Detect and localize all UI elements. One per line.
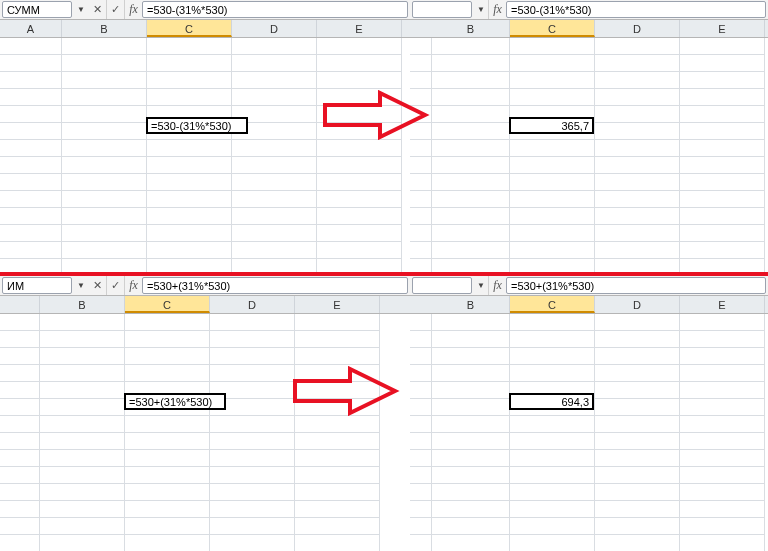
name-box[interactable]: ИМ [2,277,72,294]
col-header-c[interactable]: C [510,296,595,313]
name-box-dropdown-icon[interactable]: ▼ [74,276,88,295]
col-header-c[interactable]: C [147,20,232,37]
col-header-b[interactable]: B [40,296,125,313]
column-headers: B C D E [410,296,768,314]
active-cell-editing[interactable]: =530+(31%*530) [124,393,226,410]
pane-top-left: СУММ ▼ ✕ ✓ fx =530-(31%*530) A B C D E [0,0,410,275]
col-header-b[interactable]: B [432,296,510,313]
col-header-a[interactable]: A [0,20,62,37]
active-cell-result[interactable]: 365,7 [509,117,594,134]
formula-input[interactable]: =530-(31%*530) [506,1,766,18]
fx-icon[interactable]: fx [488,0,506,19]
enter-icon[interactable]: ✓ [106,276,124,295]
active-cell-editing[interactable]: =530-(31%*530) [146,117,248,134]
cancel-icon[interactable]: ✕ [88,276,106,295]
col-header-e[interactable]: E [680,296,765,313]
enter-icon[interactable]: ✓ [106,0,124,19]
grid[interactable]: A B C D E [0,20,410,275]
pane-bottom-left: ИМ ▼ ✕ ✓ fx =530+(31%*530) B C D E [0,276,410,551]
name-box[interactable] [412,1,472,18]
col-header-e[interactable]: E [295,296,380,313]
fx-icon[interactable]: fx [124,0,142,19]
name-box-dropdown-icon[interactable]: ▼ [474,0,488,19]
col-header-d[interactable]: D [232,20,317,37]
fx-icon[interactable]: fx [124,276,142,295]
column-headers: A B C D E [0,20,410,38]
col-header-c[interactable]: C [510,20,595,37]
name-box[interactable]: СУММ [2,1,72,18]
formula-input[interactable]: =530+(31%*530) [506,277,766,294]
col-header-e[interactable]: E [317,20,402,37]
col-header-d[interactable]: D [595,20,680,37]
col-header-d[interactable]: D [210,296,295,313]
col-header-e[interactable]: E [680,20,765,37]
formula-input[interactable]: =530-(31%*530) [142,1,408,18]
grid[interactable]: B C D E 365,7 [410,20,768,275]
col-header-b[interactable]: B [432,20,510,37]
pane-bottom-right: ▼ fx =530+(31%*530) B C D E [410,276,768,551]
name-box-dropdown-icon[interactable]: ▼ [74,0,88,19]
col-header-a[interactable] [0,296,40,313]
formula-bar: ИМ ▼ ✕ ✓ fx =530+(31%*530) [0,276,410,296]
grid[interactable]: B C D E =530+(31%*530) [0,296,410,551]
formula-bar: ▼ fx =530-(31%*530) [410,0,768,20]
formula-bar: ▼ fx =530+(31%*530) [410,276,768,296]
column-headers: B C D E [410,20,768,38]
formula-input[interactable]: =530+(31%*530) [142,277,408,294]
cancel-icon[interactable]: ✕ [88,0,106,19]
grid[interactable]: B C D E 694,3 [410,296,768,551]
active-cell-result[interactable]: 694,3 [509,393,594,410]
col-header-d[interactable]: D [595,296,680,313]
pane-top-right: ▼ fx =530-(31%*530) B C D E [410,0,768,275]
col-header-b[interactable]: B [62,20,147,37]
name-box-dropdown-icon[interactable]: ▼ [474,276,488,295]
fx-icon[interactable]: fx [488,276,506,295]
name-box[interactable] [412,277,472,294]
col-header-c[interactable]: C [125,296,210,313]
column-headers: B C D E [0,296,410,314]
formula-bar: СУММ ▼ ✕ ✓ fx =530-(31%*530) [0,0,410,20]
